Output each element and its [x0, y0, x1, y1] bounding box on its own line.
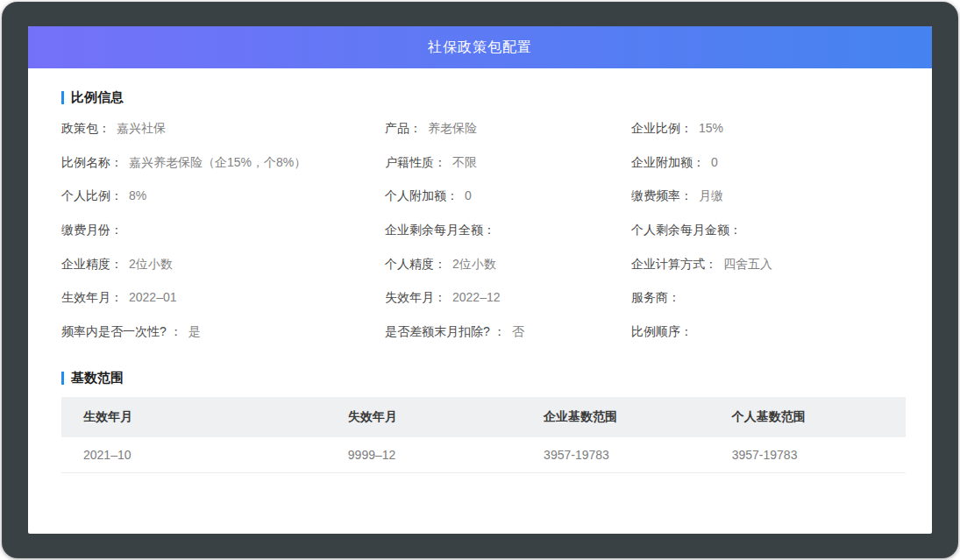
field-company-precision: 企业精度：2位小数 [61, 257, 385, 273]
field-label: 企业附加额： [631, 155, 705, 169]
section-title-text: 基数范围 [71, 370, 124, 386]
ratio-info-form: 政策包：嘉兴社保 产品：养老保险 企业比例：15% 比例名称：嘉兴养老保险（企1… [61, 112, 906, 349]
field-value: 0 [465, 188, 472, 202]
field-value: 15% [699, 121, 723, 135]
field-label: 政策包： [61, 121, 110, 135]
dialog-header: 社保政策包配置 [28, 26, 932, 68]
field-label: 企业比例： [631, 121, 693, 135]
field-payment-month: 缴费月份： [61, 223, 385, 238]
field-deduct-diff-last-month: 是否差额末月扣除? ：否 [385, 324, 631, 340]
field-household-type: 户籍性质：不限 [385, 155, 631, 171]
section-accent-bar [61, 372, 64, 385]
field-expiry-month: 失效年月：2022–12 [385, 290, 631, 306]
field-product: 产品：养老保险 [385, 121, 631, 137]
section-accent-bar [61, 91, 64, 104]
field-label: 比例名称： [61, 155, 123, 169]
field-company-calc-method: 企业计算方式：四舍五入 [631, 257, 906, 273]
field-value: 2位小数 [129, 257, 173, 271]
section-header-ratio-info: 比例信息 [61, 88, 906, 107]
column-header-effective-month: 生效年月 [61, 397, 326, 437]
field-value: 2位小数 [452, 257, 496, 271]
column-header-company-base-range: 企业基数范围 [522, 397, 710, 437]
field-label: 产品： [385, 121, 422, 135]
field-label: 缴费频率： [631, 188, 693, 202]
field-service-provider: 服务商： [631, 290, 906, 306]
field-value: 否 [512, 324, 524, 338]
field-value: 嘉兴社保 [117, 121, 166, 135]
field-payment-frequency: 缴费频率：月缴 [631, 188, 906, 204]
field-label: 缴费月份： [61, 223, 123, 237]
field-value: 四舍五入 [723, 257, 772, 271]
field-label: 服务商： [631, 290, 680, 304]
table-row: 2021–10 9999–12 3957-19783 3957-19783 [61, 437, 906, 473]
field-company-surcharge: 企业附加额：0 [631, 155, 906, 171]
dialog-content: 比例信息 政策包：嘉兴社保 产品：养老保险 企业比例：15% 比例名称：嘉兴养老… [28, 88, 932, 473]
field-company-ratio: 企业比例：15% [631, 121, 906, 137]
field-value: 0 [711, 155, 718, 169]
field-label: 生效年月： [61, 290, 123, 304]
device-frame: 社保政策包配置 比例信息 政策包：嘉兴社保 产品：养老保险 企业比例：15% 比… [2, 2, 958, 558]
cell-personal-base-range: 3957-19783 [710, 437, 906, 473]
base-range-table: 生效年月 失效年月 企业基数范围 个人基数范围 2021–10 9999–12 … [61, 397, 906, 473]
field-label: 企业剩余每月全额： [385, 223, 495, 237]
field-policy-package: 政策包：嘉兴社保 [61, 121, 385, 137]
field-label: 个人精度： [385, 257, 446, 271]
field-label: 个人比例： [61, 188, 123, 202]
field-personal-surcharge: 个人附加额：0 [385, 188, 631, 204]
field-value: 2022–12 [452, 290, 501, 304]
cell-effective-month: 2021–10 [61, 437, 326, 473]
field-company-remaining-monthly-full: 企业剩余每月全额： [385, 223, 631, 238]
field-value: 养老保险 [428, 121, 477, 135]
field-label: 比例顺序： [631, 324, 693, 338]
field-label: 个人剩余每月金额： [631, 223, 742, 237]
field-personal-ratio: 个人比例：8% [61, 188, 385, 204]
field-personal-remaining-monthly-amount: 个人剩余每月金额： [631, 223, 906, 238]
field-label: 频率内是否一次性? ： [61, 324, 182, 338]
section-header-base-range: 基数范围 [61, 368, 906, 387]
field-value: 2022–01 [129, 290, 177, 304]
field-value: 月缴 [699, 188, 723, 202]
cell-expiry-month: 9999–12 [326, 437, 522, 473]
field-effective-month: 生效年月：2022–01 [61, 290, 385, 306]
field-label: 企业精度： [61, 257, 123, 271]
field-value: 不限 [452, 155, 477, 169]
field-label: 是否差额末月扣除? ： [385, 324, 506, 338]
column-header-expiry-month: 失效年月 [326, 397, 522, 437]
dialog-window: 社保政策包配置 比例信息 政策包：嘉兴社保 产品：养老保险 企业比例：15% 比… [28, 26, 932, 534]
field-label: 企业计算方式： [631, 257, 717, 271]
field-ratio-order: 比例顺序： [631, 324, 906, 340]
dialog-title: 社保政策包配置 [428, 39, 532, 57]
field-value: 8% [129, 188, 146, 202]
cell-company-base-range: 3957-19783 [522, 437, 710, 473]
section-title-text: 比例信息 [71, 89, 124, 106]
table-header-row: 生效年月 失效年月 企业基数范围 个人基数范围 [61, 397, 906, 437]
column-header-personal-base-range: 个人基数范围 [710, 397, 906, 437]
field-label: 失效年月： [385, 290, 446, 304]
field-ratio-name: 比例名称：嘉兴养老保险（企15%，个8%） [61, 155, 385, 171]
field-value: 是 [188, 324, 201, 338]
field-label: 户籍性质： [385, 155, 446, 169]
field-label: 个人附加额： [385, 188, 459, 202]
field-once-per-frequency: 频率内是否一次性? ：是 [61, 324, 385, 340]
field-personal-precision: 个人精度：2位小数 [385, 257, 631, 273]
field-value: 嘉兴养老保险（企15%，个8%） [129, 155, 306, 169]
